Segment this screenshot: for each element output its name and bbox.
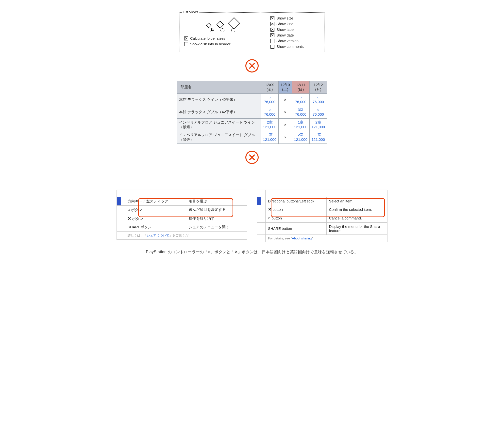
- checkbox-label: Calculate folder sizes: [190, 36, 225, 40]
- row-indicator: [257, 214, 261, 222]
- checkbox-disk-info[interactable]: Show disk info in header: [184, 42, 261, 46]
- checkbox-show-comments[interactable]: Show comments: [270, 44, 320, 49]
- table-row: ○ buttonCancel a command.: [257, 214, 387, 222]
- cross-icon: ✕: [128, 216, 131, 221]
- table-row: SHARE buttonDisplay the menu for the Sha…: [257, 222, 387, 234]
- view-medium-icon: [216, 21, 224, 28]
- table-row: インペリアルフロア ジュニアスイート ツイン（禁煙）2室121,000×1室12…: [177, 118, 327, 131]
- groupbox-legend: List Views: [182, 10, 199, 14]
- table-row: 本館 デラックス ツイン（42平米）○76,000×○76,000○76,000: [177, 93, 327, 106]
- control-name: ✕ ボタン: [125, 214, 186, 223]
- availability-cell[interactable]: ×: [278, 106, 292, 119]
- availability-cell[interactable]: ×: [278, 118, 292, 131]
- availability-cell[interactable]: 2室121,000: [309, 118, 327, 131]
- checkbox-label: Show version: [276, 39, 299, 43]
- table-row: ✕ ボタン操作を取り消す: [117, 214, 247, 223]
- checkbox-show-kind[interactable]: ✕Show kind: [270, 22, 320, 26]
- row-spacer: [261, 222, 266, 234]
- availability-cell[interactable]: 1室121,000: [292, 118, 309, 131]
- table-row: SHAREボタンシェアのメニューを開く: [117, 223, 247, 231]
- checkbox-label: Show date: [276, 33, 294, 37]
- checkbox-label: Show size: [276, 16, 293, 20]
- checkbox-show-version[interactable]: Show version: [270, 39, 320, 43]
- cross-icon: ✕: [268, 207, 271, 212]
- bad-example-icon: [245, 59, 259, 72]
- col-room: 部屋名: [177, 81, 261, 94]
- table-row: ○ ボタン選んだ項目を決定する: [117, 205, 247, 214]
- checkbox-label: Show label: [276, 27, 294, 32]
- row-indicator: [257, 197, 261, 205]
- control-desc: Display the menu for the Share feature.: [326, 222, 387, 234]
- availability-cell[interactable]: ×: [278, 131, 292, 144]
- table-row: Directional buttons/Left stickSelect an …: [257, 197, 387, 205]
- row-spacer: [121, 205, 125, 214]
- col-date: 12/12(月): [309, 81, 327, 94]
- checkbox-show-label[interactable]: ✕Show label: [270, 27, 320, 32]
- availability-cell[interactable]: 2室121,000: [292, 131, 309, 144]
- room-name: インペリアルフロア ジュニアスイート ダブル（禁煙）: [177, 131, 261, 144]
- availability-cell[interactable]: ○76,000: [309, 106, 327, 119]
- truncated-text: [125, 190, 247, 197]
- table-row: 本館 デラックス ダブル（42平米）○76,000×3室76,000○76,00…: [177, 106, 327, 119]
- availability-cell[interactable]: ×: [278, 93, 292, 106]
- table-row: 方向キー／左スティック項目を選ぶ: [117, 197, 247, 205]
- checkbox-show-size[interactable]: ✕Show size: [270, 16, 320, 20]
- col-date: 12/09(金): [261, 81, 278, 94]
- checkbox-calc-folder[interactable]: ✕ Calculate folder sizes: [184, 36, 261, 40]
- availability-cell[interactable]: 2室121,000: [261, 118, 278, 131]
- row-indicator: [257, 222, 261, 234]
- control-name: ○ button: [266, 214, 327, 222]
- truncated-text: For details, see "About sharing": [266, 234, 387, 242]
- availability-cell[interactable]: 3室76,000: [292, 106, 309, 119]
- list-views-groupbox: List Views ✕ Calculate folder sizes: [180, 12, 324, 52]
- bad-example-icon: [245, 151, 259, 164]
- view-large-icon: [228, 17, 240, 29]
- col-date: 12/11(日): [292, 81, 309, 94]
- row-spacer: [121, 223, 125, 231]
- availability-cell[interactable]: ○76,000: [309, 93, 327, 106]
- room-name: インペリアルフロア ジュニアスイート ツイン（禁煙）: [177, 118, 261, 131]
- ps-help-en: Directional buttons/Left stickSelect an …: [257, 190, 387, 242]
- row-indicator: [257, 205, 261, 214]
- availability-table: 部屋名12/09(金)12/10(土)12/11(日)12/12(月) 本館 デ…: [177, 81, 327, 144]
- row-indicator: [117, 205, 121, 214]
- view-size-radio[interactable]: [220, 28, 224, 32]
- circle-icon: ○: [128, 207, 130, 212]
- control-desc: 操作を取り消す: [186, 214, 247, 223]
- row-spacer: [121, 197, 125, 205]
- checkbox-label: Show kind: [276, 22, 293, 26]
- view-size-radio[interactable]: [210, 28, 214, 32]
- row-spacer: [261, 214, 266, 222]
- control-name: Directional buttons/Left stick: [266, 197, 327, 205]
- room-name: 本館 デラックス ツイン（42平米）: [177, 93, 261, 106]
- availability-cell[interactable]: 1室121,000: [261, 131, 278, 144]
- control-name: 方向キー／左スティック: [125, 197, 186, 205]
- view-size-radio[interactable]: [231, 28, 235, 32]
- row-spacer: [261, 205, 266, 214]
- circle-icon: ○: [268, 216, 270, 220]
- checkbox-label: Show disk info in header: [190, 42, 230, 46]
- room-name: 本館 デラックス ダブル（42平米）: [177, 106, 261, 119]
- table-row: インペリアルフロア ジュニアスイート ダブル（禁煙）1室121,000×2室12…: [177, 131, 327, 144]
- help-link[interactable]: About sharing: [292, 236, 312, 240]
- availability-cell[interactable]: ○76,000: [261, 93, 278, 106]
- availability-cell[interactable]: ○76,000: [261, 106, 278, 119]
- control-desc: Select an item.: [326, 197, 387, 205]
- row-indicator: [117, 197, 121, 205]
- control-desc: Cancel a command.: [326, 214, 387, 222]
- control-desc: シェアのメニューを開く: [186, 223, 247, 231]
- availability-cell[interactable]: ○76,000: [292, 93, 309, 106]
- control-name: SHARE button: [266, 222, 327, 234]
- checkbox-show-date[interactable]: ✕Show date: [270, 33, 320, 37]
- row-indicator: [117, 214, 121, 223]
- row-spacer: [261, 197, 266, 205]
- availability-cell[interactable]: 2室121,000: [309, 131, 327, 144]
- control-desc: Confirm the selected item.: [326, 205, 387, 214]
- figure-caption: PlayStation のコントローラーの「○」ボタンと「✕」ボタンは、日本語圏…: [107, 250, 397, 255]
- control-desc: 項目を選ぶ: [186, 197, 247, 205]
- truncated-text: [266, 190, 387, 197]
- row-indicator: [117, 223, 121, 231]
- col-date: 12/10(土): [278, 81, 292, 94]
- help-link[interactable]: シェアについて: [147, 234, 169, 237]
- control-name: ○ ボタン: [125, 205, 186, 214]
